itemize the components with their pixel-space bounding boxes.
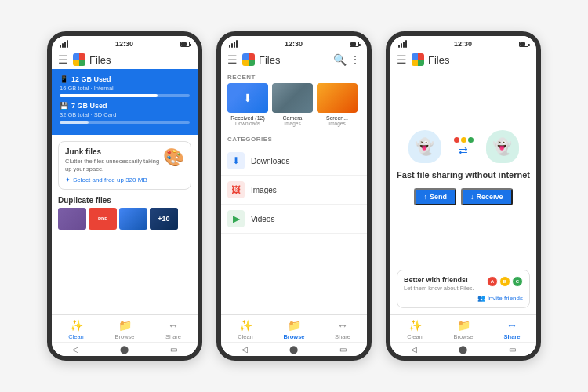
storage-internal: 📱 12 GB Used 16 GB total · Internal (60, 75, 190, 97)
phones-container: 12:30 ☰ Files 📱 12 GB Used (31, 16, 557, 376)
categories-label: CATEGORIES (221, 131, 367, 145)
friends-card-inner: Better with friends! Let them know about… (404, 276, 523, 302)
phone-2: 12:30 ☰ Files 🔍 ⋮ RECENT ⬇ (216, 31, 372, 361)
nav-browse-2[interactable]: 📁 Browse (270, 319, 318, 340)
ghost-right: 👻 (486, 130, 519, 163)
phone-nav-1: ◁ ⬤ ▭ (52, 342, 198, 356)
app-bar-1: ☰ Files (52, 50, 198, 69)
nav-clean-2[interactable]: ✨ Clean (221, 319, 270, 340)
recent-thumb-2 (317, 83, 358, 113)
nav-share-2[interactable]: ↔ Share (318, 319, 367, 340)
category-images-name: Images (251, 186, 277, 194)
junk-illustration: 🎨 (163, 147, 184, 168)
storage-internal-bar (60, 94, 190, 97)
bottom-nav-2: ✨ Clean 📁 Browse ↔ Share (221, 314, 367, 342)
dot-yellow (461, 137, 466, 143)
invite-icon: 👥 (477, 295, 485, 302)
avatar-3: C (512, 276, 523, 287)
recents-btn-2[interactable]: ▭ (339, 345, 347, 354)
recent-item-2[interactable]: Screen... Images (317, 83, 358, 126)
storage-internal-sub: 16 GB total · Internal (60, 85, 190, 92)
storage-sdcard-label: 💾 7 GB Used (60, 102, 190, 110)
back-btn-2[interactable]: ◁ (241, 345, 248, 354)
category-downloads[interactable]: ⬇ Downloads (221, 147, 367, 176)
receive-button[interactable]: ↓ Receive (461, 188, 513, 205)
time-display-2: 12:30 (285, 40, 303, 48)
recent-sub-0: Downloads (235, 121, 260, 126)
thumb-plus: +10 (150, 208, 178, 230)
dot-green (468, 137, 474, 143)
junk-action-btn[interactable]: ✦ Select and free up 320 MB (65, 176, 163, 183)
app-title-3: Files (428, 54, 530, 66)
recent-thumb-1 (272, 83, 313, 113)
nav-share-3[interactable]: ↔ Share (488, 319, 536, 340)
recent-item-1[interactable]: Camera Images (272, 83, 313, 126)
nav-share-1[interactable]: ↔ Share (149, 319, 198, 340)
invite-friends-btn[interactable]: 👥 Invite friends (404, 295, 523, 302)
menu-icon-2[interactable]: ☰ (227, 53, 238, 66)
menu-icon[interactable]: ☰ (58, 53, 68, 66)
friends-title: Better with friends! (404, 276, 474, 284)
send-icon: ↑ (423, 193, 427, 201)
search-icon[interactable]: 🔍 (333, 53, 347, 66)
share-title: Fast file sharing without internet (397, 169, 530, 181)
recents-btn-3[interactable]: ▭ (509, 345, 516, 354)
friends-card: Better with friends! Let them know about… (397, 270, 530, 308)
thumb-2: PDF (89, 208, 117, 230)
share-icon-2: ↔ (337, 319, 348, 332)
signal-icon-3 (398, 40, 407, 48)
recents-btn[interactable]: ▭ (170, 345, 177, 354)
arrows-icon: ⇄ (459, 144, 468, 157)
nav-browse-3[interactable]: 📁 Browse (439, 319, 488, 340)
battery-icon-3 (519, 42, 528, 47)
status-bar-1: 12:30 (52, 36, 198, 50)
storage-sdcard-sub: 32 GB total · SD Card (60, 111, 190, 118)
nav-clean-3[interactable]: ✨ Clean (390, 319, 439, 340)
home-btn-2[interactable]: ⬤ (289, 345, 298, 354)
share-btn-row: ↑ Send ↓ Receive (414, 188, 512, 205)
clean-icon-3: ✨ (408, 319, 422, 332)
more-icon[interactable]: ⋮ (350, 53, 361, 66)
videos-icon: ▶ (227, 210, 245, 227)
download-icon: ⬇ (243, 92, 252, 104)
junk-desc: Clutter the files unnecessarily taking u… (65, 158, 163, 173)
nav-browse-1[interactable]: 📁 Browse (100, 319, 149, 340)
home-btn[interactable]: ⬤ (120, 345, 129, 354)
thumb-1 (58, 208, 86, 230)
recent-label-2: Screen... (326, 115, 348, 121)
category-videos-name: Videos (251, 215, 274, 223)
nav-clean-1[interactable]: ✨ Clean (52, 319, 100, 340)
category-downloads-name: Downloads (251, 157, 289, 165)
junk-title: Junk files (65, 147, 163, 156)
battery-icon-2 (350, 42, 359, 47)
menu-icon-3[interactable]: ☰ (397, 53, 407, 66)
bottom-nav-3: ✨ Clean 📁 Browse ↔ Share (390, 314, 536, 342)
browse-icon-3: 📁 (457, 319, 470, 332)
back-btn-3[interactable]: ◁ (411, 345, 417, 354)
status-bar-3: 12:30 (390, 36, 536, 50)
home-btn-3[interactable]: ⬤ (459, 345, 467, 354)
ghost-left-body: 👻 (408, 130, 441, 163)
recent-item-0[interactable]: ⬇ Received (12) Downloads (227, 83, 268, 126)
signal-icon-2 (229, 40, 238, 48)
back-btn[interactable]: ◁ (72, 345, 78, 354)
clean-icon: ✨ (70, 319, 83, 332)
send-button[interactable]: ↑ Send (414, 188, 456, 205)
phone-3: 12:30 ☰ Files 👻 (386, 31, 541, 361)
recent-row: ⬇ Received (12) Downloads Camera Images … (221, 83, 367, 131)
app-bar-3: ☰ Files (390, 50, 536, 69)
bottom-nav-1: ✨ Clean 📁 Browse ↔ Share (52, 314, 198, 342)
avatar-2: B (499, 276, 510, 287)
images-icon: 🖼 (227, 181, 245, 198)
clean-icon-2: ✨ (239, 319, 252, 332)
sharing-arrows: ⇄ (454, 137, 474, 157)
phone-1: 12:30 ☰ Files 📱 12 GB Used (47, 31, 202, 361)
duplicate-thumbs: PDF +10 (58, 208, 191, 230)
category-images[interactable]: 🖼 Images (221, 176, 367, 205)
share-hero: 👻 ⇄ 👻 (390, 69, 536, 267)
recent-label-0: Received (12) (230, 115, 265, 121)
storage-internal-label: 📱 12 GB Used (60, 75, 190, 83)
thumb-3 (119, 208, 147, 230)
app-logo-3 (412, 53, 424, 66)
category-videos[interactable]: ▶ Videos (221, 205, 367, 234)
